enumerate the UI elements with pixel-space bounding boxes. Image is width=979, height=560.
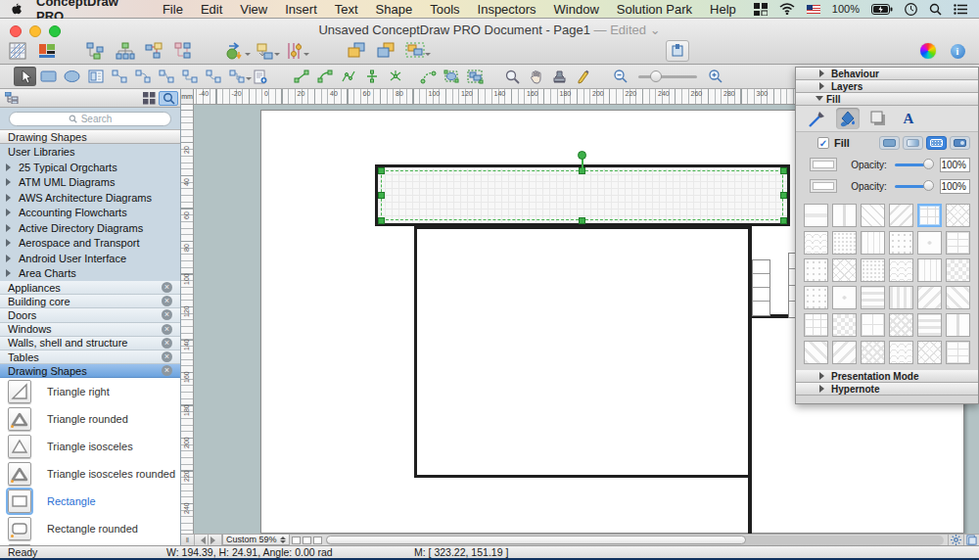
background-color-well[interactable] [810,179,837,193]
apple-menu-icon[interactable] [10,2,23,17]
opacity-slider-knob[interactable] [923,159,934,169]
grid-view-icon[interactable] [139,91,159,106]
close-library-icon[interactable]: × [162,351,172,362]
divide-tool-icon[interactable] [360,67,383,86]
stairs-shape[interactable] [752,259,770,316]
rectangle-tool-icon[interactable] [37,67,60,86]
info-icon[interactable]: i [946,40,969,62]
ellipse-tool-icon[interactable] [61,67,83,86]
open-library-item[interactable]: Drawing Shapes× [0,364,180,378]
edit-vertex-icon[interactable] [441,67,463,86]
menu-item-edit[interactable]: Edit [201,2,222,17]
search-input[interactable]: Search [9,112,171,126]
new-shape-page-icon[interactable] [249,67,271,86]
reshape-tool-icon[interactable] [417,67,440,86]
next-page-button[interactable] [209,535,222,545]
selection-handle[interactable] [780,192,787,199]
close-library-icon[interactable]: × [162,282,172,293]
library-item[interactable]: Aerospace and Transport [0,236,180,252]
pattern-swatch[interactable] [917,286,942,309]
line-tool-icon[interactable] [290,67,312,86]
swap-shapes-icon[interactable] [223,40,247,62]
menu-item-file[interactable]: File [163,2,183,17]
section-presentation-mode[interactable]: Presentation Mode [796,370,978,383]
battery-icon[interactable] [871,4,893,15]
open-library-item[interactable]: Doors× [0,308,180,322]
pan-tool-icon[interactable] [525,67,547,86]
library-item[interactable]: 25 Typical Orgcharts [0,160,180,175]
shape-item-triangle-isosceles-rounded[interactable]: Triangle isosceles rounded [0,460,180,488]
opacity-slider-2[interactable] [895,185,933,188]
pattern-swatch[interactable] [804,204,828,227]
edit-group-icon[interactable] [464,67,487,86]
close-library-icon[interactable]: × [162,296,172,306]
splitter-handle[interactable]: ‖ [181,535,195,545]
pattern-swatch[interactable] [804,313,828,337]
sidebar-search-icon[interactable] [159,91,178,106]
scrollbar-thumb[interactable] [326,536,746,544]
shape-item-rectangle[interactable]: Rectangle [0,488,180,515]
foreground-color-well[interactable] [810,158,837,171]
menu-item-text[interactable]: Text [335,2,358,17]
format-painter-icon[interactable] [572,67,594,86]
pattern-swatch[interactable] [832,313,857,337]
spotlight-search-icon[interactable] [929,3,942,16]
pattern-swatch[interactable] [832,258,857,282]
expand-icon[interactable] [6,224,15,232]
menu-item-window[interactable]: Window [554,2,599,17]
menu-item-shape[interactable]: Shape [376,2,413,17]
zoom-in-icon[interactable] [704,67,726,86]
expand-icon[interactable] [6,239,15,247]
shape-item-triangle-rounded[interactable]: Triangle rounded [0,405,180,433]
bring-to-front-icon[interactable] [345,40,368,62]
pattern-swatch[interactable] [917,204,942,227]
library-item[interactable]: Active Directory Diagrams [0,220,180,236]
pattern-swatch[interactable] [832,231,857,255]
settings-gear-icon[interactable] [948,535,963,545]
expand-icon[interactable] [6,178,15,186]
shape-item-triangle-isosceles[interactable]: Triangle isosceles [0,433,180,460]
opacity-value-2[interactable]: 100% [940,179,970,194]
pattern-swatch[interactable] [804,231,828,255]
fill-type-solid[interactable] [879,136,900,150]
pattern-swatch[interactable] [832,204,857,227]
tree-layout-icon[interactable] [114,40,137,62]
fill-type-image[interactable] [950,136,970,150]
text-frame-tool-icon[interactable] [84,67,107,86]
page-tab-2[interactable] [303,537,311,544]
pattern-swatch[interactable] [946,286,970,309]
tree-view-icon[interactable] [2,91,22,106]
stamp-tool-icon[interactable] [548,67,571,86]
selection-handle[interactable] [780,217,787,224]
selection-handle[interactable] [378,167,385,174]
tree-connect-icon[interactable] [172,40,196,62]
pattern-swatch[interactable] [804,258,828,282]
pattern-swatch[interactable] [917,258,942,282]
prev-page-button[interactable] [195,535,209,545]
selection-handle[interactable] [579,217,585,224]
pattern-swatch[interactable] [917,231,942,255]
open-library-item[interactable]: Tables× [0,350,180,364]
arc-connector-icon[interactable] [131,67,154,86]
fill-type-pattern[interactable] [926,136,947,150]
section-hypernote[interactable]: Hypernote [796,383,978,396]
sidebar-header-user-libraries[interactable]: User Libraries [0,144,180,160]
close-library-icon[interactable]: × [162,365,172,376]
expand-icon[interactable] [6,194,15,202]
pattern-swatch[interactable] [889,286,913,309]
expand-icon[interactable] [6,209,15,216]
menu-item-solution-park[interactable]: Solution Park [617,2,692,17]
zoom-slider[interactable] [638,75,697,78]
pattern-swatch[interactable] [889,313,913,337]
rotation-handle[interactable] [578,151,586,160]
tree-connector-icon[interactable] [225,67,248,86]
horizontal-scrollbar[interactable] [326,536,944,545]
bezier-connector-icon[interactable] [155,67,177,86]
shape-item-triangle-right[interactable]: Triangle right [0,378,180,405]
zoom-tool-icon[interactable] [501,67,524,86]
snap-glue-icon[interactable] [666,40,689,62]
close-library-icon[interactable]: × [162,338,172,349]
menu-item-inspectors[interactable]: Inspectors [478,2,536,17]
fill-checkbox[interactable]: ✓ [817,137,829,149]
opacity-slider-1[interactable] [895,163,933,166]
